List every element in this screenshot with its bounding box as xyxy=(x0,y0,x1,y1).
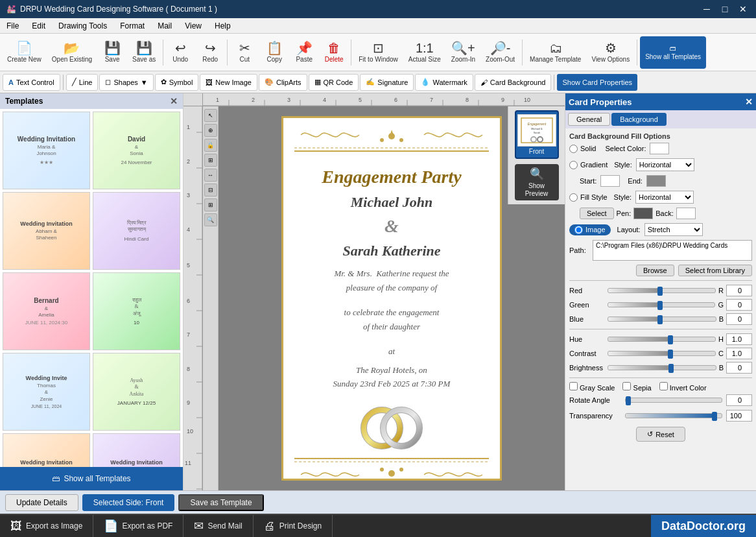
radio-fill-input[interactable] xyxy=(569,193,578,202)
close-button[interactable]: ✕ xyxy=(737,4,750,14)
transparency-slider[interactable] xyxy=(625,413,722,418)
contrast-value-input[interactable] xyxy=(726,348,752,359)
actual-size-button[interactable]: 1:1 Actual Size xyxy=(404,36,445,69)
template-item-5[interactable]: Bernard &Amelia JUNE 11, 2024:30 xyxy=(3,272,90,350)
show-all-templates-button[interactable]: 🗃 Show all Templates xyxy=(0,467,183,490)
rotate-thumb[interactable] xyxy=(626,396,631,405)
new-image-button[interactable]: 🖼 New Image xyxy=(200,74,257,91)
menu-view[interactable]: View xyxy=(178,20,208,32)
rotate-slider[interactable] xyxy=(625,398,722,403)
template-item-6[interactable]: राहुल&अंजू 10 xyxy=(93,272,180,350)
gradient-style-select[interactable]: Horizontal xyxy=(636,158,694,171)
back-color-box[interactable] xyxy=(676,208,696,219)
blue-slider[interactable] xyxy=(608,316,716,322)
menu-mail[interactable]: Mail xyxy=(151,20,178,32)
invert-color-check[interactable]: Invert Color xyxy=(659,382,707,392)
paste-button[interactable]: 📌 Paste xyxy=(290,36,318,69)
red-thumb[interactable] xyxy=(657,287,663,296)
shapes-button[interactable]: ◻ Shapes ▼ xyxy=(99,74,153,91)
gradient-start-color[interactable] xyxy=(600,175,620,187)
text-control-button[interactable]: A Text Control xyxy=(3,74,60,91)
symbol-button[interactable]: ✿ Symbol xyxy=(155,74,199,91)
save-button[interactable]: 💾 Save xyxy=(98,36,126,69)
template-item-8[interactable]: Ayush&Ankita JANUARY 12/25 xyxy=(93,353,180,431)
solid-color-box[interactable] xyxy=(650,143,669,154)
image-layout-select[interactable]: Stretch xyxy=(644,223,703,236)
left-tool-search[interactable]: 🔍 xyxy=(204,213,217,226)
template-item-4[interactable]: प्रिय मित्रसुस्वागतम् Hindi Card xyxy=(93,192,180,270)
menu-file[interactable]: File xyxy=(0,20,25,32)
left-tool-flip[interactable]: ↔ xyxy=(204,169,217,182)
props-close-button[interactable]: ✕ xyxy=(745,97,753,107)
gradient-end-color[interactable] xyxy=(646,175,666,187)
print-design-button[interactable]: 🖨 Print Design xyxy=(254,515,333,537)
hue-value-input[interactable] xyxy=(726,333,752,345)
gray-scale-input[interactable] xyxy=(569,382,578,390)
save-as-button[interactable]: 💾 Save as xyxy=(128,36,160,69)
minimize-button[interactable]: ─ xyxy=(700,4,713,14)
zoom-out-button[interactable]: 🔎- Zoom-Out xyxy=(481,36,519,69)
transparency-thumb[interactable] xyxy=(712,412,717,421)
template-item-3[interactable]: Wedding Invitation Abham &Shaheen xyxy=(3,192,90,270)
pen-color-box[interactable] xyxy=(633,208,653,219)
watermark-button[interactable]: 💧 Watermark xyxy=(415,74,473,91)
template-item-10[interactable]: Wedding Invitation Halden please join us… xyxy=(93,433,180,467)
red-slider[interactable] xyxy=(608,288,716,293)
show-preview-button[interactable]: 🔍 ShowPreview xyxy=(515,164,559,200)
left-tool-lock[interactable]: 🔒 xyxy=(204,139,217,152)
maximize-button[interactable]: □ xyxy=(718,4,731,14)
show-card-props-button[interactable]: Show Card Properties xyxy=(557,74,637,91)
left-tool-transform[interactable]: ⊟ xyxy=(204,184,217,197)
tab-background[interactable]: Background xyxy=(611,113,667,126)
qr-code-button[interactable]: ▦ QR Code xyxy=(309,74,359,91)
zoom-in-button[interactable]: 🔍+ Zoom-In xyxy=(447,36,480,69)
view-options-button[interactable]: ⚙ View Options xyxy=(587,36,634,69)
sepia-input[interactable] xyxy=(622,382,631,390)
transparency-value-input[interactable] xyxy=(726,410,752,422)
left-tool-move[interactable]: ⊕ xyxy=(204,124,217,137)
save-template-button[interactable]: Save as Template xyxy=(178,494,263,511)
menu-drawing-tools[interactable]: Drawing Tools xyxy=(52,20,113,32)
sepia-check[interactable]: Sepia xyxy=(622,382,651,392)
contrast-slider[interactable] xyxy=(608,351,716,356)
radio-image-input[interactable] xyxy=(574,226,583,234)
template-item-1[interactable]: Wedding Invitation Maria &Johnson ★★★ xyxy=(3,112,90,189)
invert-input[interactable] xyxy=(659,382,668,390)
hue-thumb[interactable] xyxy=(668,335,673,344)
browse-button[interactable]: Browse xyxy=(636,265,674,276)
green-value-input[interactable] xyxy=(726,299,752,311)
cut-button[interactable]: ✂ Cut xyxy=(230,36,259,69)
line-button[interactable]: ╱ Line xyxy=(66,74,99,91)
tab-general[interactable]: General xyxy=(568,113,610,126)
left-tool-select[interactable]: ↖ xyxy=(204,109,217,122)
red-value-input[interactable] xyxy=(726,285,752,296)
menu-help[interactable]: Help xyxy=(208,20,237,32)
open-existing-button[interactable]: 📂 Open Existing xyxy=(47,36,97,69)
delete-button[interactable]: 🗑 Delete xyxy=(320,36,348,69)
cliparts-button[interactable]: 🎨 ClipArts xyxy=(259,74,307,91)
copy-button[interactable]: 📋 Copy xyxy=(260,36,289,69)
signature-button[interactable]: ✍ Signature xyxy=(360,74,414,91)
gray-scale-check[interactable]: Gray Scale xyxy=(569,382,615,392)
export-pdf-button[interactable]: 📄 Export as PDF xyxy=(93,515,183,537)
contrast-thumb[interactable] xyxy=(668,350,673,359)
blue-value-input[interactable] xyxy=(726,313,752,325)
brightness-value-input[interactable] xyxy=(726,362,752,374)
reset-button[interactable]: ↺ Reset xyxy=(636,427,685,442)
card-background-button[interactable]: 🖌 Card Background xyxy=(475,74,552,91)
select-library-button[interactable]: Select from Library xyxy=(678,265,752,276)
left-tool-grid[interactable]: ⊞ xyxy=(204,198,217,211)
radio-solid-input[interactable] xyxy=(569,145,578,153)
menu-edit[interactable]: Edit xyxy=(25,20,52,32)
brightness-thumb[interactable] xyxy=(668,364,674,373)
radio-solid[interactable]: Solid xyxy=(569,145,596,153)
templates-close-button[interactable]: ✕ xyxy=(170,96,178,106)
blue-thumb[interactable] xyxy=(657,315,663,324)
template-item-2[interactable]: David &Sonia 24 November xyxy=(93,112,180,189)
hue-slider[interactable] xyxy=(608,337,716,342)
selected-side-button[interactable]: Selected Side: Front xyxy=(82,494,175,511)
template-item-9[interactable]: Wedding Invitation Jasmine You are invit… xyxy=(3,433,90,467)
menu-format[interactable]: Format xyxy=(113,20,151,32)
create-new-button[interactable]: 📄 Create New xyxy=(3,36,46,69)
rotate-value-input[interactable] xyxy=(726,394,752,406)
